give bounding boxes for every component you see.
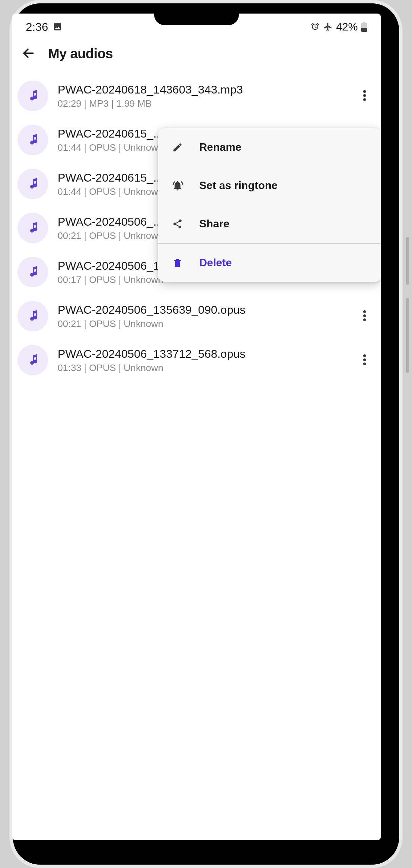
menu-rename[interactable]: Rename xyxy=(158,128,381,166)
alarm-icon xyxy=(310,22,320,32)
audio-meta: 02:29 | MP3 | 1.99 MB xyxy=(58,98,346,109)
music-icon xyxy=(18,213,48,243)
audio-title: PWAC-20240506_135639_090.opus xyxy=(58,303,346,316)
more-button[interactable] xyxy=(355,86,374,105)
audio-row[interactable]: PWAC-20240506_133712_568.opus 01:33 | OP… xyxy=(12,338,381,382)
menu-label: Delete xyxy=(199,256,232,269)
volume-button[interactable] xyxy=(406,298,409,373)
menu-label: Set as ringtone xyxy=(199,179,277,192)
bell-icon xyxy=(171,180,184,192)
audio-meta: 00:21 | OPUS | Unknown xyxy=(58,318,346,329)
more-vert-icon xyxy=(363,310,366,322)
notch xyxy=(154,14,239,25)
status-battery-text: 42% xyxy=(336,21,358,33)
back-button[interactable] xyxy=(20,45,37,62)
menu-set-ringtone[interactable]: Set as ringtone xyxy=(158,166,381,205)
music-icon xyxy=(18,257,48,287)
screen: 2:36 42% My audios xyxy=(12,14,381,840)
audio-row[interactable]: PWAC-20240506_135639_090.opus 00:21 | OP… xyxy=(12,294,381,338)
more-button[interactable] xyxy=(355,307,374,326)
svg-rect-1 xyxy=(361,28,367,32)
battery-icon xyxy=(361,22,367,32)
menu-delete[interactable]: Delete xyxy=(158,244,381,282)
context-menu: Rename Set as ringtone Share Delete xyxy=(158,128,381,282)
music-icon xyxy=(18,81,48,111)
more-vert-icon xyxy=(363,90,366,102)
more-vert-icon xyxy=(363,354,366,366)
pencil-icon xyxy=(171,141,184,153)
music-icon xyxy=(18,345,48,375)
trash-icon xyxy=(171,257,184,269)
more-button[interactable] xyxy=(355,351,374,370)
svg-point-6 xyxy=(363,98,366,101)
music-icon xyxy=(18,301,48,331)
menu-share[interactable]: Share xyxy=(158,205,381,243)
menu-label: Rename xyxy=(199,141,242,153)
audio-title: PWAC-20240506_133712_568.opus xyxy=(58,347,346,360)
svg-point-22 xyxy=(363,354,366,357)
svg-point-4 xyxy=(363,90,366,93)
svg-point-19 xyxy=(363,310,366,313)
audio-row[interactable]: PWAC-20240618_143603_343.mp3 02:29 | MP3… xyxy=(12,74,381,118)
app-header: My audios xyxy=(12,35,381,72)
music-icon xyxy=(18,125,48,155)
svg-point-23 xyxy=(363,358,366,361)
audio-title: PWAC-20240618_143603_343.mp3 xyxy=(58,83,346,96)
svg-point-5 xyxy=(363,94,366,97)
music-icon xyxy=(18,169,48,199)
svg-rect-2 xyxy=(363,22,365,23)
svg-point-20 xyxy=(363,314,366,317)
page-title: My audios xyxy=(48,46,113,61)
power-button[interactable] xyxy=(406,237,409,285)
arrow-left-icon xyxy=(22,46,35,61)
airplane-icon xyxy=(323,22,333,32)
svg-point-21 xyxy=(363,318,366,321)
svg-point-24 xyxy=(363,363,366,365)
status-time: 2:36 xyxy=(26,20,48,34)
picture-icon xyxy=(53,22,62,32)
share-icon xyxy=(171,218,184,230)
audio-meta: 01:33 | OPUS | Unknown xyxy=(58,363,346,373)
menu-label: Share xyxy=(199,218,229,230)
